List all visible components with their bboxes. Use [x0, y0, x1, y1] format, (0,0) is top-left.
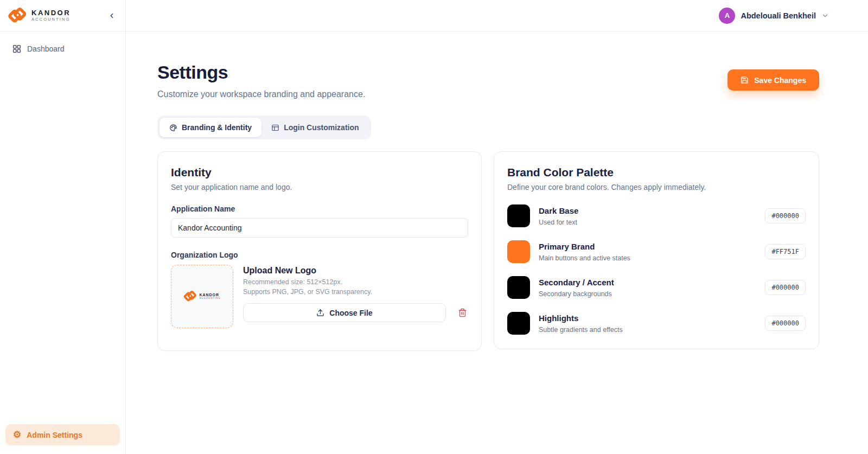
- save-changes-button[interactable]: Save Changes: [727, 69, 819, 91]
- palette-icon: [169, 124, 177, 132]
- palette-card-subtitle: Define your core brand colors. Changes a…: [507, 183, 806, 191]
- color-name: Secondary / Accent: [539, 278, 614, 287]
- identity-card: Identity Set your application name and l…: [157, 151, 482, 351]
- kandor-logo-icon-small: [183, 290, 197, 303]
- color-name: Primary Brand: [539, 242, 630, 251]
- color-row-highlights: Highlights Subtle gradients and effects …: [507, 312, 806, 335]
- kandor-logo-icon: [8, 6, 27, 25]
- brand-color-palette-card: Brand Color Palette Define your core bra…: [494, 151, 819, 349]
- page-header: Settings Customize your workspace brandi…: [157, 62, 819, 99]
- tab-label: Branding & Identity: [182, 123, 252, 132]
- color-description: Subtle gradients and effects: [539, 326, 623, 334]
- palette-card-title: Brand Color Palette: [507, 166, 806, 179]
- sidebar-collapse-button[interactable]: [106, 10, 118, 22]
- application-name-label: Application Name: [171, 204, 468, 213]
- tab-branding-identity[interactable]: Branding & Identity: [159, 118, 261, 137]
- choose-file-label: Choose File: [329, 309, 372, 317]
- sidebar-header: KANDOR ACCOUNTING: [0, 0, 125, 31]
- chevron-down-icon: [821, 12, 829, 20]
- color-hex-value[interactable]: #FF751F: [765, 244, 806, 259]
- avatar: A: [719, 8, 735, 24]
- sidebar: KANDOR ACCOUNTING Dashboard ⚙: [0, 0, 126, 454]
- save-button-label: Save Changes: [754, 76, 806, 85]
- color-row-primary-brand: Primary Brand Main buttons and active st…: [507, 240, 806, 263]
- upload-hint-formats: Supports PNG, JPG, or SVG transparency.: [243, 288, 468, 297]
- logo-preview-box[interactable]: KANDOR ACCOUNTING: [171, 265, 233, 328]
- color-row-text: Highlights Subtle gradients and effects: [539, 314, 623, 334]
- color-hex-value[interactable]: #000000: [765, 208, 806, 223]
- page-subtitle: Customize your workspace branding and ap…: [157, 89, 365, 99]
- upload-instructions: Upload New Logo Recommended size: 512×51…: [243, 265, 468, 328]
- logo-title: KANDOR: [31, 9, 71, 17]
- sidebar-item-dashboard[interactable]: Dashboard: [7, 39, 119, 59]
- color-row-text: Dark Base Used for text: [539, 206, 578, 226]
- settings-cards: Identity Set your application name and l…: [157, 151, 819, 351]
- tab-login-customization[interactable]: Login Customization: [261, 118, 368, 137]
- color-name: Highlights: [539, 314, 623, 323]
- identity-card-title: Identity: [171, 166, 468, 179]
- chevron-left-icon: [108, 12, 116, 20]
- choose-file-button[interactable]: Choose File: [243, 303, 446, 322]
- user-name: Abdelouali Benkheil: [741, 11, 816, 20]
- upload-hint-size: Recommended size: 512×512px.: [243, 278, 468, 287]
- settings-tabs: Branding & Identity Login Customization: [157, 116, 371, 139]
- main-area: A Abdelouali Benkheil Settings Customize…: [126, 0, 868, 454]
- dashboard-grid-icon: [12, 44, 22, 54]
- top-header: A Abdelouali Benkheil: [126, 0, 868, 31]
- gear-icon: ⚙: [13, 430, 21, 439]
- logo-upload-row: KANDOR ACCOUNTING Upload New Logo Recomm…: [171, 265, 468, 328]
- layout-icon: [271, 124, 279, 132]
- palette-rows: Dark Base Used for text #000000 Primary …: [507, 204, 806, 335]
- logo-preview-title: KANDOR: [199, 293, 220, 297]
- logo-preview-text: KANDOR ACCOUNTING: [199, 293, 220, 300]
- color-row-text: Secondary / Accent Secondary backgrounds: [539, 278, 614, 298]
- settings-page: Settings Customize your workspace brandi…: [126, 31, 868, 351]
- upload-title: Upload New Logo: [243, 266, 468, 276]
- user-menu[interactable]: A Abdelouali Benkheil: [719, 8, 829, 24]
- logo-preview-image: KANDOR ACCOUNTING: [183, 290, 220, 303]
- trash-icon: [458, 308, 467, 317]
- color-row-text: Primary Brand Main buttons and active st…: [539, 242, 630, 262]
- identity-card-subtitle: Set your application name and logo.: [171, 183, 468, 191]
- app-logo-text: KANDOR ACCOUNTING: [31, 9, 71, 22]
- color-description: Secondary backgrounds: [539, 290, 614, 298]
- color-swatch[interactable]: [507, 204, 530, 227]
- color-row-dark-base: Dark Base Used for text #000000: [507, 204, 806, 227]
- save-icon: [741, 76, 749, 84]
- sidebar-footer: ⚙ Admin Settings: [5, 424, 120, 445]
- application-name-input[interactable]: [171, 218, 468, 238]
- app-logo: KANDOR ACCOUNTING: [8, 6, 71, 25]
- color-name: Dark Base: [539, 206, 578, 215]
- logo-subtitle: ACCOUNTING: [31, 17, 71, 22]
- logo-preview-subtitle: ACCOUNTING: [199, 297, 220, 300]
- upload-icon: [316, 309, 324, 317]
- sidebar-item-label: Dashboard: [27, 44, 65, 53]
- color-swatch[interactable]: [507, 312, 530, 335]
- color-hex-value[interactable]: #000000: [765, 280, 806, 295]
- color-swatch[interactable]: [507, 276, 530, 299]
- color-description: Used for text: [539, 219, 578, 226]
- color-hex-value[interactable]: #000000: [765, 316, 806, 331]
- admin-settings-label: Admin Settings: [27, 431, 82, 439]
- color-swatch[interactable]: [507, 240, 530, 263]
- upload-actions: Choose File: [243, 303, 468, 322]
- sidebar-item-admin-settings[interactable]: ⚙ Admin Settings: [5, 424, 120, 445]
- delete-logo-button[interactable]: [457, 307, 468, 318]
- organization-logo-label: Organization Logo: [171, 251, 468, 259]
- color-description: Main buttons and active states: [539, 254, 630, 262]
- tab-label: Login Customization: [284, 123, 359, 132]
- color-row-secondary-accent: Secondary / Accent Secondary backgrounds…: [507, 276, 806, 299]
- sidebar-nav: Dashboard: [0, 31, 125, 66]
- page-header-text: Settings Customize your workspace brandi…: [157, 62, 365, 99]
- page-title: Settings: [157, 62, 365, 83]
